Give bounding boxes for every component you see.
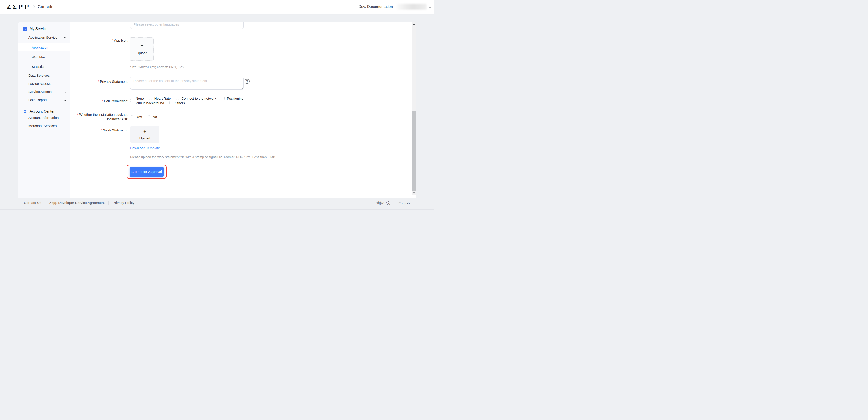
help-icon[interactable]: ? <box>245 79 250 84</box>
sidebar-item-label: Application <box>32 46 48 49</box>
sidebar-item-data-services[interactable]: Data Services <box>18 73 70 78</box>
work-statement-label: *Work Statement: <box>70 128 128 133</box>
zepp-logo[interactable]: ZΣPP <box>7 3 31 11</box>
console-card: Application My Service Application Servi… <box>18 22 416 199</box>
top-header: ZΣPP Console Dev. Documentation <box>0 0 434 13</box>
scrollbar-thumb[interactable] <box>412 111 416 191</box>
checkbox-positioning[interactable]: Positioning <box>221 96 243 100</box>
chevron-up-icon <box>64 37 66 39</box>
required-marker: * <box>101 128 102 132</box>
chevron-down-icon <box>64 90 66 93</box>
privacy-policy-link[interactable]: Privacy Policy <box>113 201 134 205</box>
required-marker: * <box>112 39 113 42</box>
scroll-down-arrow[interactable] <box>413 192 415 193</box>
app-icon-hint: Size: 240*240 px; Format: PNG, JPG <box>130 65 184 69</box>
user-icon <box>23 110 27 114</box>
radio-icon <box>131 115 134 118</box>
privacy-statement-field <box>130 77 244 90</box>
radio-icon <box>147 115 150 118</box>
download-template-link[interactable]: Download Template <box>130 146 160 150</box>
sidebar-item-application[interactable]: Application <box>18 43 70 51</box>
developer-service-agreement-link[interactable]: Zepp Developer Service Agreement <box>49 201 105 205</box>
sidebar: Application My Service Application Servi… <box>18 22 70 199</box>
redacted-user-name <box>397 4 427 10</box>
scroll-up-arrow[interactable] <box>413 24 415 25</box>
privacy-statement-label: *Privacy Statement: <box>70 79 128 84</box>
chevron-down-icon <box>429 6 431 8</box>
submit-for-approval-button[interactable]: Submit for Approval <box>129 167 164 177</box>
sidebar-item-statistics[interactable]: Statistics <box>18 64 70 69</box>
app-icon-label: *App Icon: <box>70 38 128 43</box>
chevron-down-icon <box>64 74 66 77</box>
checkbox-heart-rate[interactable]: Heart Rate <box>149 96 171 100</box>
footer-languages: 简体中文 English <box>376 201 410 206</box>
chevron-down-icon <box>64 98 66 101</box>
radio-yes[interactable]: Yes <box>131 115 142 119</box>
call-permission-row-2: Run in background Others <box>130 100 190 105</box>
sidebar-group-title: My Service <box>30 27 48 31</box>
sidebar-item-data-report[interactable]: Data Report <box>18 97 70 102</box>
footer-links: Contact Us Zepp Developer Service Agreem… <box>24 201 134 205</box>
sidebar-item-watchface[interactable]: Watchface <box>18 55 70 59</box>
header-left: ZΣPP Console <box>0 3 54 11</box>
footer-divider <box>108 201 109 205</box>
checkbox-run-in-background[interactable]: Run in background <box>130 101 164 105</box>
checkbox-connect-to-network[interactable]: Connect to the network <box>176 96 216 100</box>
call-permission-label: *Call Permission: <box>70 98 128 103</box>
contact-us-link[interactable]: Contact Us <box>24 201 41 205</box>
resize-handle[interactable] <box>241 87 243 89</box>
work-statement-upload[interactable]: + Upload <box>130 126 159 143</box>
vertical-scrollbar[interactable] <box>412 22 416 195</box>
required-marker: * <box>102 99 103 103</box>
language-simplified-chinese[interactable]: 简体中文 <box>376 201 391 206</box>
header-right: Dev. Documentation <box>358 4 434 10</box>
sdk-label: *Whether the installation package includ… <box>70 112 128 121</box>
checkbox-icon <box>130 97 133 100</box>
footer-divider <box>394 202 395 205</box>
breadcrumb: Console <box>38 4 54 9</box>
sidebar-item-device-access[interactable]: Device Access <box>18 81 70 86</box>
language-english[interactable]: English <box>398 201 410 205</box>
required-marker: * <box>77 113 78 116</box>
sidebar-group-title: Account Center <box>30 110 55 114</box>
sidebar-divider <box>23 106 69 106</box>
work-statement-hint: Please upload the work statement file wi… <box>130 155 275 159</box>
app-icon-upload[interactable]: + Upload <box>130 37 154 61</box>
plus-icon: + <box>143 129 146 134</box>
sidebar-item-account-information[interactable]: Account Information <box>18 115 70 120</box>
red-highlight-annotation: Submit for Approval <box>127 165 166 179</box>
checkbox-icon <box>149 97 152 100</box>
checkbox-none[interactable]: None <box>130 96 144 100</box>
checkbox-icon <box>169 101 173 104</box>
menu-list-icon <box>23 27 27 31</box>
checkbox-icon <box>221 97 225 100</box>
checkbox-others[interactable]: Others <box>169 101 185 105</box>
sidebar-item-merchant-services[interactable]: Merchant Services <box>18 123 70 128</box>
bottom-scroll-strip[interactable] <box>0 209 434 210</box>
sidebar-item-application-service[interactable]: Application Service <box>18 35 70 40</box>
breadcrumb-chevron-icon <box>32 5 35 8</box>
sidebar-group-my-service[interactable]: My Service <box>23 26 48 31</box>
radio-no[interactable]: No <box>147 115 157 119</box>
sidebar-item-service-access[interactable]: Service Access <box>18 89 70 94</box>
checkbox-icon <box>176 97 179 100</box>
plus-icon: + <box>141 43 143 48</box>
privacy-statement-textarea[interactable] <box>130 77 244 90</box>
sidebar-group-account-center[interactable]: Account Center <box>23 109 55 114</box>
call-permission-row-1: None Heart Rate Connect to the network P… <box>130 96 249 100</box>
dev-documentation-link[interactable]: Dev. Documentation <box>358 4 393 9</box>
footer-divider <box>45 201 45 205</box>
sdk-radio-row: Yes No <box>131 114 162 119</box>
user-menu[interactable] <box>397 4 431 10</box>
checkbox-icon <box>130 101 133 104</box>
required-marker: * <box>98 80 99 83</box>
other-languages-input[interactable] <box>130 22 244 29</box>
